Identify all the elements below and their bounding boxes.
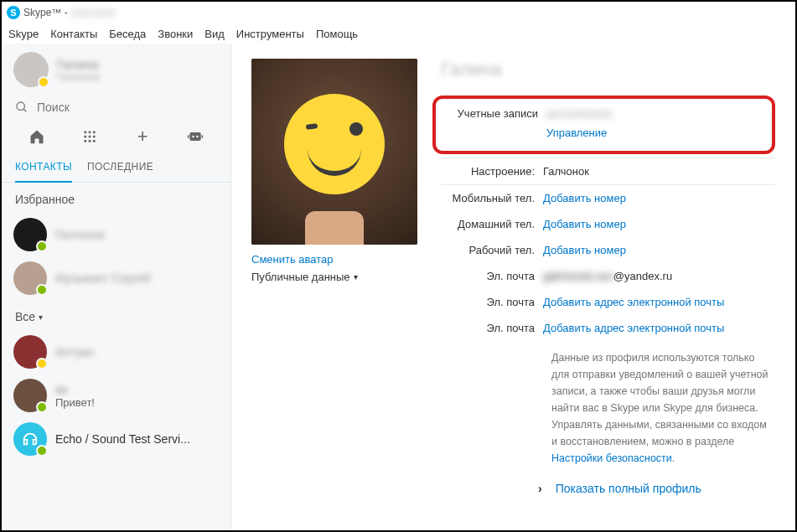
privacy-note: Данные из профиля используются только дл… bbox=[441, 349, 775, 467]
menu-skype[interactable]: Skype bbox=[8, 28, 39, 40]
status-online-icon bbox=[36, 284, 48, 296]
chevron-down-icon: ▾ bbox=[354, 272, 358, 281]
status-away-icon bbox=[36, 358, 48, 369]
chevron-down-icon: ▾ bbox=[39, 312, 43, 322]
add-email-link[interactable]: Добавить адрес электронной почты bbox=[543, 322, 724, 334]
self-mood: Галчонок bbox=[57, 71, 100, 83]
svg-line-1 bbox=[23, 109, 26, 111]
profile-picture[interactable] bbox=[251, 59, 417, 245]
self-avatar bbox=[13, 52, 49, 87]
contact-sub: Привет! bbox=[55, 396, 95, 409]
contact-item[interactable]: Галчонок bbox=[2, 213, 230, 256]
contact-name: вв bbox=[55, 383, 95, 396]
add-work-link[interactable]: Добавить номер bbox=[543, 244, 626, 256]
svg-rect-11 bbox=[190, 132, 201, 141]
menu-calls[interactable]: Звонки bbox=[158, 28, 193, 40]
change-avatar-link[interactable]: Сменить аватар bbox=[251, 253, 417, 266]
svg-point-7 bbox=[93, 136, 96, 138]
status-online-icon bbox=[36, 401, 48, 413]
search-input[interactable]: Поиск bbox=[2, 94, 230, 121]
contact-name: Антуан bbox=[55, 345, 94, 359]
bot-icon bbox=[187, 129, 204, 144]
account-value: accountname bbox=[546, 107, 612, 120]
search-placeholder: Поиск bbox=[37, 101, 70, 114]
svg-point-2 bbox=[84, 131, 86, 133]
field-label: Эл. почта bbox=[441, 322, 543, 334]
email-value: galchonok.sun@yandex.ru bbox=[543, 270, 672, 282]
status-away-icon bbox=[38, 76, 49, 88]
svg-point-9 bbox=[88, 140, 91, 142]
dialpad-button[interactable] bbox=[63, 129, 116, 144]
tab-recent[interactable]: ПОСЛЕДНИЕ bbox=[87, 156, 153, 182]
add-email-link[interactable]: Добавить адрес электронной почты bbox=[543, 296, 724, 308]
chevron-right-icon: › bbox=[538, 482, 542, 495]
sidebar: Галина Галчонок Поиск + КОНТАКТЫ ПОСЛЕДН… bbox=[2, 44, 231, 530]
status-online-icon bbox=[36, 445, 48, 457]
headset-icon bbox=[21, 430, 39, 448]
svg-point-6 bbox=[88, 136, 91, 138]
public-data-dropdown[interactable]: Публичные данные ▾ bbox=[251, 271, 417, 283]
add-home-link[interactable]: Добавить номер bbox=[543, 218, 626, 230]
menu-view[interactable]: Вид bbox=[204, 28, 225, 40]
svg-point-12 bbox=[193, 136, 195, 138]
status-online-icon bbox=[36, 240, 48, 252]
add-mobile-link[interactable]: Добавить номер bbox=[543, 192, 626, 204]
sidebar-toolbar: + bbox=[2, 121, 230, 156]
contact-avatar bbox=[13, 218, 47, 251]
contact-avatar bbox=[13, 261, 47, 295]
contact-item[interactable]: Музыкант Сергей bbox=[2, 256, 230, 300]
field-label: Учетные записи bbox=[444, 107, 546, 120]
section-all[interactable]: Все ▾ bbox=[2, 300, 230, 330]
menu-bar: Skype Контакты Беседа Звонки Вид Инструм… bbox=[2, 23, 795, 44]
contact-name: Echo / Sound Test Servi... bbox=[55, 432, 190, 446]
svg-rect-15 bbox=[202, 135, 204, 137]
field-label: Домашний тел. bbox=[441, 218, 543, 230]
manage-account-link[interactable]: Управление bbox=[546, 127, 607, 139]
mood-value[interactable]: Галчонок bbox=[543, 165, 775, 178]
bot-button[interactable] bbox=[169, 129, 222, 144]
field-label: Рабочий тел. bbox=[441, 244, 543, 256]
svg-point-10 bbox=[93, 140, 96, 142]
self-name: Галина bbox=[57, 57, 100, 71]
window-title: Skype™ - bbox=[23, 7, 68, 18]
menu-conversation[interactable]: Беседа bbox=[109, 28, 146, 40]
svg-point-13 bbox=[197, 136, 199, 138]
contact-name: Галчонок bbox=[55, 228, 105, 241]
contact-avatar bbox=[13, 422, 47, 456]
contact-name: Музыкант Сергей bbox=[55, 271, 151, 285]
svg-point-4 bbox=[93, 131, 96, 133]
contact-item[interactable]: Echo / Sound Test Servi... bbox=[2, 417, 230, 461]
accounts-highlight: Учетные записи accountname Управление bbox=[432, 96, 775, 154]
svg-point-5 bbox=[84, 136, 86, 138]
profile-name: Галина bbox=[441, 59, 775, 80]
dialpad-icon bbox=[82, 129, 97, 144]
add-contact-button[interactable]: + bbox=[116, 126, 169, 147]
contact-avatar bbox=[13, 335, 47, 369]
profile-panel: Сменить аватар Публичные данные ▾ Галина… bbox=[231, 44, 795, 530]
menu-help[interactable]: Помощь bbox=[316, 28, 358, 40]
section-favorites[interactable]: Избранное bbox=[2, 183, 230, 213]
svg-rect-14 bbox=[188, 135, 189, 137]
search-icon bbox=[15, 101, 28, 114]
security-settings-link[interactable]: Настройки безопасности bbox=[551, 452, 672, 464]
sidebar-tabs: КОНТАКТЫ ПОСЛЕДНИЕ bbox=[2, 156, 230, 183]
menu-tools[interactable]: Инструменты bbox=[236, 28, 304, 40]
self-profile-row[interactable]: Галина Галчонок bbox=[2, 44, 230, 94]
home-button[interactable] bbox=[10, 128, 63, 145]
field-label: Эл. почта bbox=[441, 270, 543, 282]
title-bar: S Skype™ - username bbox=[2, 2, 795, 23]
contact-item[interactable]: Антуан bbox=[2, 330, 230, 374]
home-icon bbox=[28, 128, 45, 145]
tab-contacts[interactable]: КОНТАКТЫ bbox=[15, 156, 72, 183]
field-label: Эл. почта bbox=[441, 296, 543, 308]
show-full-profile-link[interactable]: › Показать полный профиль bbox=[441, 482, 775, 495]
skype-logo-icon: S bbox=[7, 6, 20, 19]
field-label: Мобильный тел. bbox=[441, 192, 543, 204]
contact-avatar bbox=[13, 379, 47, 412]
svg-point-8 bbox=[84, 140, 86, 142]
contact-item[interactable]: вв Привет! bbox=[2, 374, 230, 417]
menu-contacts[interactable]: Контакты bbox=[50, 28, 97, 40]
svg-point-0 bbox=[17, 102, 24, 110]
window-title-user: username bbox=[71, 7, 116, 18]
svg-point-3 bbox=[88, 131, 91, 133]
